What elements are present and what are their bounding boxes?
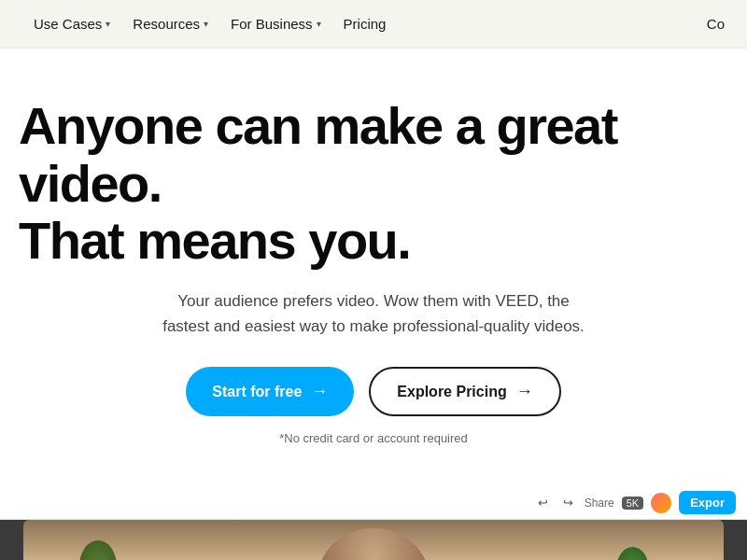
chevron-down-icon: ▾ <box>204 19 208 29</box>
hero-title: Anyone can make a great video.That means… <box>19 97 728 270</box>
export-label: Expor <box>690 496 725 510</box>
person-silhouette <box>317 528 430 560</box>
nav-item-pricing[interactable]: Pricing <box>332 8 398 39</box>
nav-item-use-cases[interactable]: Use Cases ▾ <box>22 8 121 39</box>
navbar: Use Cases ▾ Resources ▾ For Business ▾ P… <box>0 0 747 49</box>
video-toolbar: ↩ ↪ Share 5K Expor <box>0 486 747 520</box>
undo-button[interactable]: ↩ <box>534 494 552 511</box>
plant-left-decoration <box>79 540 117 560</box>
nav-label-use-cases: Use Cases <box>34 16 102 32</box>
export-button[interactable]: Expor <box>679 491 736 514</box>
avatar <box>651 493 671 513</box>
view-counter: 5K <box>622 497 643 510</box>
no-credit-text: *No credit card or account required <box>19 431 728 445</box>
nav-right-partial: Co <box>707 16 725 32</box>
chevron-down-icon: ▾ <box>106 19 110 29</box>
chevron-down-icon: ▾ <box>317 19 321 29</box>
explore-pricing-label: Explore Pricing <box>397 384 506 400</box>
nav-label-for-business: For Business <box>231 16 313 32</box>
video-inner <box>23 520 724 560</box>
hero-section: Anyone can make a great video.That means… <box>0 49 747 486</box>
nav-item-for-business[interactable]: For Business ▾ <box>219 8 332 39</box>
hero-buttons: Start for free → Explore Pricing → <box>19 367 728 416</box>
video-section: ↩ ↪ Share 5K Expor <box>0 486 747 560</box>
nav-item-resources[interactable]: Resources ▾ <box>121 8 219 39</box>
start-for-free-label: Start for free <box>212 384 302 400</box>
hero-title-wrap: Anyone can make a great video.That means… <box>19 97 728 270</box>
nav-label-resources: Resources <box>133 16 200 32</box>
video-frame <box>0 520 747 560</box>
hero-subtitle: Your audience prefers video. Wow them wi… <box>159 288 588 339</box>
share-label: Share <box>585 497 614 510</box>
plant-right-decoration <box>616 547 649 560</box>
arrow-right-icon: → <box>516 382 533 401</box>
nav-label-pricing: Pricing <box>344 16 387 32</box>
arrow-right-icon: → <box>311 382 328 401</box>
hero-title-text: Anyone can make a great video.That means… <box>19 96 617 270</box>
redo-button[interactable]: ↪ <box>559 494 577 511</box>
start-for-free-button[interactable]: Start for free → <box>186 367 354 416</box>
explore-pricing-button[interactable]: Explore Pricing → <box>369 367 560 416</box>
